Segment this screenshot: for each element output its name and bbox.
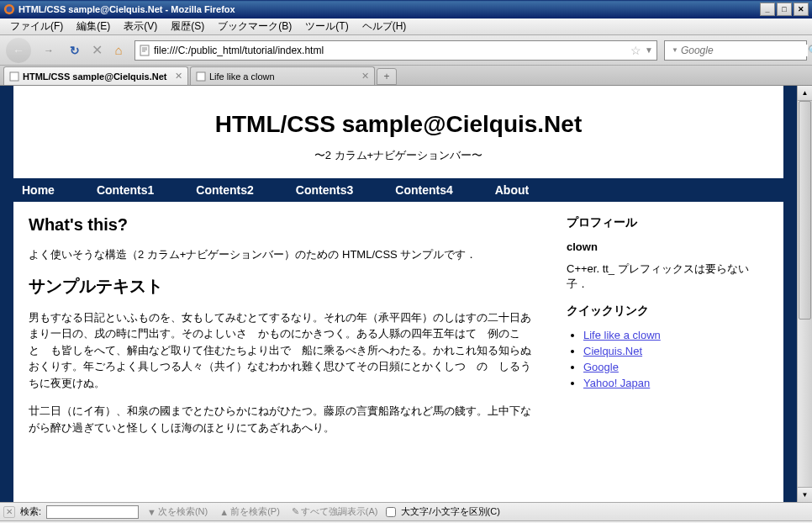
tab-label: Life like a clown <box>209 71 356 82</box>
url-dropdown-icon[interactable]: ▼ <box>645 45 653 55</box>
sample-paragraph-1: 男もすなる日記といふものを、女もしてみむとてするなり。それの年（承平四年）のしは… <box>29 309 541 392</box>
search-box[interactable]: G ▼ 🔍 <box>664 40 807 61</box>
nav-about[interactable]: About <box>495 183 529 197</box>
home-button[interactable]: ⌂ <box>109 41 128 60</box>
tab-close-icon[interactable]: ✕ <box>175 71 182 82</box>
menu-bookmarks[interactable]: ブックマーク(B) <box>211 18 298 35</box>
nav-contents3[interactable]: Contents3 <box>296 183 353 197</box>
close-button[interactable]: ✕ <box>794 3 809 16</box>
nav-contents1[interactable]: Contents1 <box>97 183 154 197</box>
svg-rect-6 <box>197 72 205 81</box>
link-cielquis-net[interactable]: Cielquis.Net <box>583 345 642 357</box>
sidebar-column: プロフィール clown C++er. tt_ プレフィックスは要らない子． ク… <box>567 215 768 447</box>
tab-close-icon[interactable]: ✕ <box>361 71 369 82</box>
url-input[interactable] <box>154 45 627 56</box>
page-content: HTML/CSS sample@Cielquis.Net 〜2 カラム+ナビゲー… <box>0 86 797 502</box>
menu-view[interactable]: 表示(V) <box>117 18 164 35</box>
menu-help[interactable]: ヘルプ(H) <box>356 18 414 35</box>
window-title: HTML/CSS sample@Cielquis.Net - Mozilla F… <box>18 4 760 14</box>
find-close-button[interactable]: ✕ <box>3 506 15 518</box>
tab-active[interactable]: HTML/CSS sample@Cielquis.Net ✕ <box>3 66 188 85</box>
nav-contents2[interactable]: Contents2 <box>196 183 253 197</box>
svg-rect-2 <box>140 45 149 55</box>
nav-home[interactable]: Home <box>22 183 55 197</box>
window-titlebar: HTML/CSS sample@Cielquis.Net - Mozilla F… <box>0 0 812 18</box>
scroll-down-button[interactable]: ▼ <box>798 487 812 502</box>
find-prev-button[interactable]: ▲ 前を検索(P) <box>216 505 283 518</box>
scroll-track[interactable] <box>798 320 812 487</box>
site-nav: Home Contents1 Contents2 Contents3 Conte… <box>13 178 783 202</box>
bookmark-star-icon[interactable]: ☆ <box>630 44 641 57</box>
find-input[interactable] <box>46 505 139 519</box>
page-icon <box>9 71 19 82</box>
forward-button[interactable]: → <box>35 39 62 62</box>
svg-point-1 <box>7 7 13 13</box>
page-subtitle: 〜2 カラム+ナビゲーションバー〜 <box>13 148 783 163</box>
new-tab-button[interactable]: + <box>377 68 397 85</box>
page-title: HTML/CSS sample@Cielquis.Net <box>13 111 783 138</box>
stop-button[interactable]: ✕ <box>87 41 106 60</box>
quicklinks-heading: クイックリンク <box>567 304 768 319</box>
tab-bar: HTML/CSS sample@Cielquis.Net ✕ Life like… <box>0 66 812 86</box>
search-go-icon[interactable]: 🔍 <box>808 45 812 56</box>
find-bar: ✕ 検索: ▼ 次を検索(N) ▲ 前を検索(P) ✎ すべて強調表示(A) 大… <box>0 502 812 520</box>
scroll-up-button[interactable]: ▲ <box>798 86 812 101</box>
heading-sample-text: サンプルテキスト <box>29 275 541 298</box>
firefox-icon <box>3 3 15 15</box>
find-next-button[interactable]: ▼ 次を検索(N) <box>144 505 211 518</box>
tab-label: HTML/CSS sample@Cielquis.Net <box>23 71 170 82</box>
intro-paragraph: よく使いそうな構造（2 カラム+ナビゲーションバー）のための HTML/CSS … <box>29 246 541 263</box>
menu-tools[interactable]: ツール(T) <box>298 18 355 35</box>
heading-whats-this: What's this? <box>29 215 541 235</box>
link-google[interactable]: Google <box>583 361 619 373</box>
back-button[interactable]: ← <box>5 39 32 62</box>
find-case-checkbox[interactable] <box>386 507 396 517</box>
find-case-label: 大文字/小文字を区別(C) <box>401 505 499 518</box>
find-label: 検索: <box>20 505 41 518</box>
svg-rect-5 <box>10 72 18 81</box>
profile-name: clown <box>567 240 768 253</box>
reload-button[interactable]: ↻ <box>66 41 84 60</box>
link-life-like-a-clown[interactable]: Life like a clown <box>583 329 661 341</box>
search-engine-dropdown-icon[interactable]: ▼ <box>672 46 678 54</box>
nav-contents4[interactable]: Contents4 <box>395 183 452 197</box>
sample-paragraph-2: 廿二日（にイ有）、和泉の國までとたひらかにねがひたつ。藤原の言實船路なれど馬の餞… <box>29 403 541 436</box>
profile-bio: C++er. tt_ プレフィックスは要らない子． <box>567 262 768 292</box>
find-highlight-button[interactable]: ✎ すべて強調表示(A) <box>288 505 382 518</box>
page-icon <box>196 71 206 82</box>
navigation-toolbar: ← → ↻ ✕ ⌂ ☆ ▼ G ▼ 🔍 <box>0 35 812 66</box>
main-column: What's this? よく使いそうな構造（2 カラム+ナビゲーションバー）の… <box>29 215 541 447</box>
minimize-button[interactable]: _ <box>760 3 775 16</box>
menu-bar: ファイル(F) 編集(E) 表示(V) 履歴(S) ブックマーク(B) ツール(… <box>0 18 812 35</box>
quicklinks-list: Life like a clown Cielquis.Net Google Ya… <box>567 329 768 389</box>
menu-file[interactable]: ファイル(F) <box>3 18 70 35</box>
page-icon <box>139 45 150 56</box>
maximize-button[interactable]: □ <box>777 3 792 16</box>
profile-heading: プロフィール <box>567 215 768 230</box>
tab-inactive[interactable]: Life like a clown ✕ <box>190 66 375 85</box>
vertical-scrollbar[interactable]: ▲ ▼ <box>797 86 812 502</box>
menu-edit[interactable]: 編集(E) <box>70 18 117 35</box>
scroll-thumb[interactable] <box>799 101 811 320</box>
content-viewport: HTML/CSS sample@Cielquis.Net 〜2 カラム+ナビゲー… <box>0 86 812 502</box>
url-bar[interactable]: ☆ ▼ <box>134 40 657 61</box>
link-yahoo-japan[interactable]: Yahoo! Japan <box>583 377 650 389</box>
menu-history[interactable]: 履歴(S) <box>164 18 211 35</box>
search-input[interactable] <box>681 45 808 56</box>
